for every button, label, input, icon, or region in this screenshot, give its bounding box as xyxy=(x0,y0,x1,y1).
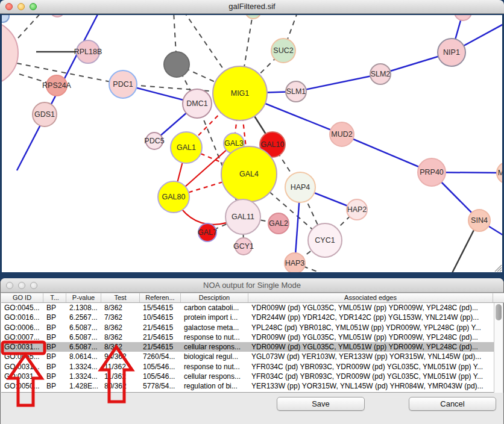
cell-p-value: 6.2567... xyxy=(66,313,101,322)
table-row[interactable]: GO:0050...BP1.428E...80/3625778/54...reg… xyxy=(1,381,494,391)
cell-referen: 21/54615 xyxy=(140,332,181,342)
cell-test: 80/362 xyxy=(101,381,140,391)
node-label-GAL3: GAL3 xyxy=(224,139,244,148)
node-label-MIG1: MIG1 xyxy=(231,89,250,98)
node-label-GAL10: GAL10 xyxy=(261,140,285,149)
node-label-GAL80: GAL80 xyxy=(162,193,186,201)
cell-p-value: 6.5087... xyxy=(66,323,101,332)
cell-t: BP xyxy=(43,352,66,361)
network-window: galFiltered.sif RPL18BRPS24AGDS1PDC1DMC1… xyxy=(0,0,504,276)
cell-associated-edges: YFR034C (pd) YBR093C, YDR009W (pd) YGL03… xyxy=(248,362,493,372)
cell-p-value: 2.1308... xyxy=(66,303,101,313)
window-frame xyxy=(0,272,504,276)
network-window-titlebar[interactable]: galFiltered.sif xyxy=(0,0,504,14)
node-label-GDS1: GDS1 xyxy=(34,110,55,119)
table-row[interactable]: GO:0006...BP6.5087...8/36221/54615galact… xyxy=(1,323,494,332)
cell-referen: 21/54615 xyxy=(140,323,181,332)
cell-referen: 15/54615 xyxy=(140,303,181,313)
table-row[interactable]: GO:0031...BP1.3324...11/362105/546...cel… xyxy=(1,372,494,381)
node-label-RPL18B: RPL18B xyxy=(74,48,102,56)
cell-test: 11/362 xyxy=(101,362,140,372)
cell-desciption: response to nut... xyxy=(181,332,248,342)
dialog-footer: Save Cancel xyxy=(1,393,503,424)
table-header: GO IDT...P-valueTestReferen...Desciption… xyxy=(1,293,504,303)
column-header-associated-edges[interactable]: Associated edges xyxy=(248,293,493,302)
save-button[interactable]: Save xyxy=(277,397,365,411)
cell-t: BP xyxy=(43,332,66,342)
node-label-GAL1: GAL1 xyxy=(177,143,196,152)
cell-test: 8/362 xyxy=(101,303,140,313)
table-row[interactable]: GO:0007...BP6.5087...8/36221/54615respon… xyxy=(1,332,494,342)
table-scrollbar[interactable] xyxy=(494,303,503,393)
node-label-CYC1: CYC1 xyxy=(315,236,335,245)
cell-go-id: GO:0007... xyxy=(1,332,43,342)
cell-referen: 105/546... xyxy=(140,372,181,381)
table-row-selected[interactable]: GO:0031...BP6.5087...8/36221/54615cellul… xyxy=(1,342,494,352)
node-label-NIP1: NIP1 xyxy=(443,48,460,57)
node-label-GCY1: GCY1 xyxy=(233,242,254,251)
node-gray-node[interactable] xyxy=(164,52,189,77)
cell-p-value: 8.0614... xyxy=(66,352,101,361)
node-label-PDC5: PDC5 xyxy=(144,137,164,145)
cell-go-id: GO:0006... xyxy=(1,323,43,332)
column-header-p-value[interactable]: P-value xyxy=(66,293,101,302)
window-frame xyxy=(0,15,2,276)
network-canvas[interactable]: RPL18BRPS24AGDS1PDC1DMC1MIG1SUC2SLM1SLM2… xyxy=(0,15,504,276)
table-row[interactable]: GO:0031...BP1.3324...11/362105/546...res… xyxy=(1,362,494,372)
cell-referen: 10/54615 xyxy=(140,313,181,322)
cell-t: BP xyxy=(43,372,66,381)
column-header-t[interactable]: T... xyxy=(43,293,66,302)
cell-p-value: 1.428E... xyxy=(66,381,101,391)
column-header-go-id[interactable]: GO ID xyxy=(1,293,43,302)
node-label-SLM2: SLM2 xyxy=(371,70,391,78)
table-row[interactable]: GO:0045...BP2.1308...8/36215/54615carbon… xyxy=(1,303,494,313)
cell-t: BP xyxy=(43,381,66,391)
cell-referen: 7260/54... xyxy=(140,352,181,361)
cell-go-id: GO:0031... xyxy=(1,372,43,381)
cell-associated-edges: YDR009W (pd) YGL035C, YML051W (pp) YDR00… xyxy=(248,303,493,313)
cell-p-value: 1.3324... xyxy=(66,372,101,381)
table-row[interactable]: GO:0016...BP6.2567...7/36210/54615protei… xyxy=(1,313,494,322)
column-header-desciption[interactable]: Desciption xyxy=(181,293,248,302)
node-label-RPS24A: RPS24A xyxy=(42,81,72,90)
column-header-filler xyxy=(493,293,503,302)
cell-go-id: GO:0031... xyxy=(1,362,43,372)
noa-output-window: NOA output for Single Mode GO IDT...P-va… xyxy=(0,278,504,424)
cancel-button[interactable]: Cancel xyxy=(409,397,496,411)
table-body: GO:0045...BP2.1308...8/36215/54615carbon… xyxy=(1,303,494,393)
cell-associated-edges: YFR034C (pd) YBR093C, YDR009W (pd) YGL03… xyxy=(248,372,493,381)
column-header-referen[interactable]: Referen... xyxy=(140,293,181,302)
scrollbar-thumb[interactable] xyxy=(496,304,502,320)
cell-desciption: response to nut... xyxy=(181,362,248,372)
cell-associated-edges: YGL073W (pd) YER103W, YER133W (pp) YOR31… xyxy=(248,352,493,361)
node-label-GAL7: GAL7 xyxy=(198,228,217,237)
node-label-SIN4: SIN4 xyxy=(471,216,488,225)
noa-window-title: NOA output for Single Mode xyxy=(1,281,503,290)
cell-test: 8/362 xyxy=(101,332,140,342)
cell-t: BP xyxy=(43,323,66,332)
cell-t: BP xyxy=(43,313,66,322)
cell-associated-edges: YPL248C (pd) YBR018C, YML051W (pp) YDR00… xyxy=(248,323,493,332)
cell-t: BP xyxy=(43,362,66,372)
node-label-GAL11: GAL11 xyxy=(232,213,254,221)
cell-referen: 5778/54... xyxy=(140,381,181,391)
cell-go-id: GO:0065... xyxy=(1,352,43,361)
cell-desciption: cellular respons... xyxy=(181,372,248,381)
cell-associated-edges: YDR244W (pp) YDR142C, YDR142C (pp) YGL15… xyxy=(248,313,493,322)
noa-window-titlebar[interactable]: NOA output for Single Mode xyxy=(1,278,503,293)
cell-desciption: carbon cataboli... xyxy=(181,303,248,313)
table-row[interactable]: GO:0065...BP8.0614...94/3627260/54...bio… xyxy=(1,352,494,361)
node-label-MUD2: MUD2 xyxy=(331,130,352,139)
cell-p-value: 1.3324... xyxy=(66,362,101,372)
cell-desciption: regulation of bi... xyxy=(181,381,248,391)
cell-test: 11/362 xyxy=(101,372,140,381)
node-label-PDC1: PDC1 xyxy=(113,80,133,89)
cell-referen: 105/546... xyxy=(140,362,181,372)
node-label-HAP2: HAP2 xyxy=(347,205,367,214)
column-header-test[interactable]: Test xyxy=(101,293,140,302)
cell-t: BP xyxy=(43,303,66,313)
cell-referen: 21/54615 xyxy=(140,342,181,352)
cell-test: 7/362 xyxy=(101,313,140,322)
node-label-PRP40: PRP40 xyxy=(420,168,444,176)
node-label-SLM1: SLM1 xyxy=(286,87,306,96)
